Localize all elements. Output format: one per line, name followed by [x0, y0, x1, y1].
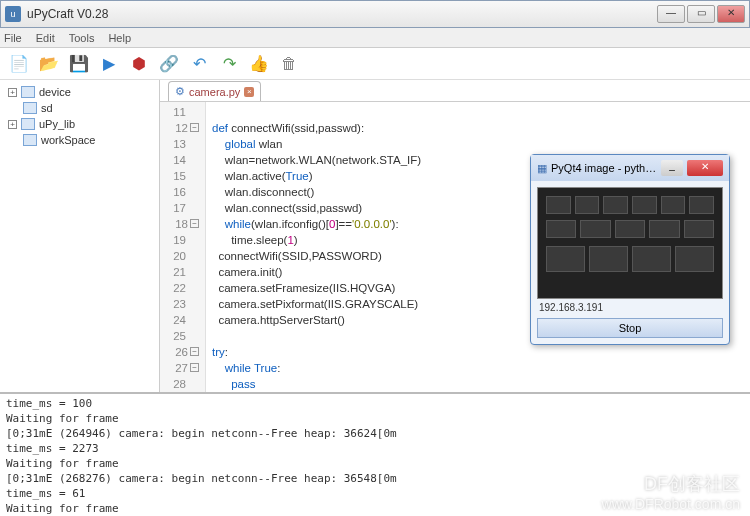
tab-bar: ⚙ camera.py ×: [160, 80, 750, 102]
folder-icon: [21, 118, 35, 130]
window-titlebar: u uPyCraft V0.28 — ▭ ✕: [0, 0, 750, 28]
redo-button[interactable]: ↷: [218, 53, 240, 75]
minimize-button[interactable]: —: [657, 5, 685, 23]
tree-item-sd[interactable]: sd: [2, 100, 157, 116]
code-content[interactable]: def connectWifi(ssid,passwd): global wla…: [206, 102, 427, 392]
tree-item-upylib[interactable]: +uPy_lib: [2, 116, 157, 132]
tab-camera-py[interactable]: ⚙ camera.py ×: [168, 81, 261, 101]
undo-button[interactable]: ↶: [188, 53, 210, 75]
tab-close-icon[interactable]: ×: [244, 87, 254, 97]
popup-close-button[interactable]: ✕: [687, 160, 723, 176]
tab-label: camera.py: [189, 86, 240, 98]
popup-icon: ▦: [537, 162, 547, 175]
run-button[interactable]: ▶: [98, 53, 120, 75]
image-preview-window[interactable]: ▦ PyQt4 image - pythonspot... _ ✕ 192.16…: [530, 154, 730, 345]
popup-title: PyQt4 image - pythonspot...: [551, 162, 657, 174]
maximize-button[interactable]: ▭: [687, 5, 715, 23]
line-gutter: 1112−131415161718−1920212223242526−27−28…: [160, 102, 206, 392]
popup-minimize-button[interactable]: _: [661, 160, 683, 176]
folder-icon: [23, 134, 37, 146]
stop-button[interactable]: Stop: [537, 318, 723, 338]
connect-button[interactable]: 🔗: [158, 53, 180, 75]
open-file-button[interactable]: 📂: [38, 53, 60, 75]
file-tree[interactable]: +device sd +uPy_lib workSpace: [0, 80, 160, 392]
expand-icon[interactable]: +: [8, 120, 17, 129]
folder-icon: [21, 86, 35, 98]
toolbar: 📄 📂 💾 ▶ ⬢ 🔗 ↶ ↷ 👍 🗑: [0, 48, 750, 80]
menu-edit[interactable]: Edit: [36, 32, 55, 44]
stop-button[interactable]: ⬢: [128, 53, 150, 75]
tree-item-workspace[interactable]: workSpace: [2, 132, 157, 148]
menu-bar: File Edit Tools Help: [0, 28, 750, 48]
menu-tools[interactable]: Tools: [69, 32, 95, 44]
upload-button[interactable]: 👍: [248, 53, 270, 75]
expand-icon[interactable]: +: [8, 88, 17, 97]
close-button[interactable]: ✕: [717, 5, 745, 23]
popup-titlebar[interactable]: ▦ PyQt4 image - pythonspot... _ ✕: [531, 155, 729, 181]
save-button[interactable]: 💾: [68, 53, 90, 75]
console-output[interactable]: time_ms = 100Waiting for frame[0;31mE (2…: [0, 392, 750, 516]
new-file-button[interactable]: 📄: [8, 53, 30, 75]
clear-button[interactable]: 🗑: [278, 53, 300, 75]
camera-image: [537, 187, 723, 299]
menu-help[interactable]: Help: [108, 32, 131, 44]
tree-item-device[interactable]: +device: [2, 84, 157, 100]
app-icon: u: [5, 6, 21, 22]
python-file-icon: ⚙: [175, 85, 185, 98]
folder-icon: [23, 102, 37, 114]
ip-address-label: 192.168.3.191: [537, 299, 723, 316]
menu-file[interactable]: File: [4, 32, 22, 44]
window-title: uPyCraft V0.28: [27, 7, 657, 21]
